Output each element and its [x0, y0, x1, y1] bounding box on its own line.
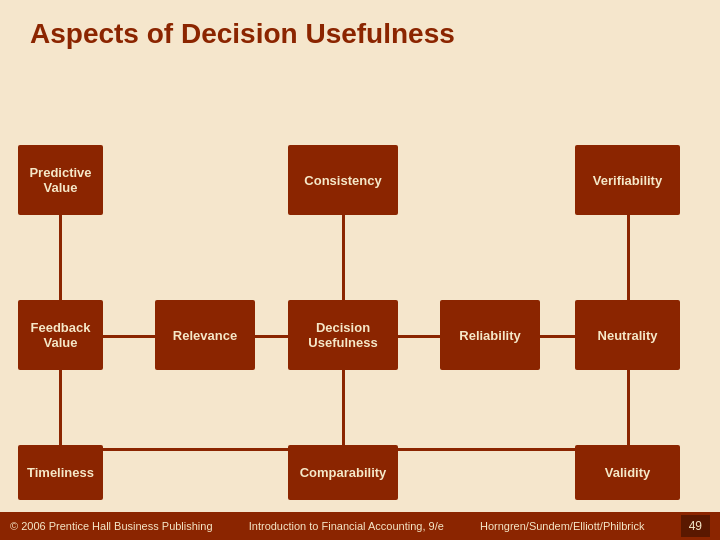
footer-left: © 2006 Prentice Hall Business Publishing	[10, 520, 213, 532]
consistency-box: Consistency	[288, 145, 398, 215]
footer: © 2006 Prentice Hall Business Publishing…	[0, 512, 720, 540]
reliability-box: Reliability	[440, 300, 540, 370]
v-connector-center-bottom	[342, 370, 345, 448]
comparability-box: Comparability	[288, 445, 398, 500]
v-connector-left-bottom	[59, 370, 62, 448]
validity-box: Validity	[575, 445, 680, 500]
footer-page: 49	[681, 515, 710, 537]
footer-center: Introduction to Financial Accounting, 9/…	[249, 520, 444, 532]
feedback-value-box: Feedback Value	[18, 300, 103, 370]
relevance-box: Relevance	[155, 300, 255, 370]
decision-usefulness-box: Decision Usefulness	[288, 300, 398, 370]
v-connector-right-bottom	[627, 370, 630, 448]
predictive-value-box: Predictive Value	[18, 145, 103, 215]
footer-right-label: Horngren/Sundem/Elliott/Philbrick	[480, 520, 644, 532]
timeliness-box: Timeliness	[18, 445, 103, 500]
page-title: Aspects of Decision Usefulness	[0, 0, 720, 60]
diagram-area: Predictive Value Consistency Verifiabili…	[0, 60, 720, 500]
v-connector-center	[342, 215, 345, 303]
neutrality-box: Neutrality	[575, 300, 680, 370]
verifiability-box: Verifiability	[575, 145, 680, 215]
